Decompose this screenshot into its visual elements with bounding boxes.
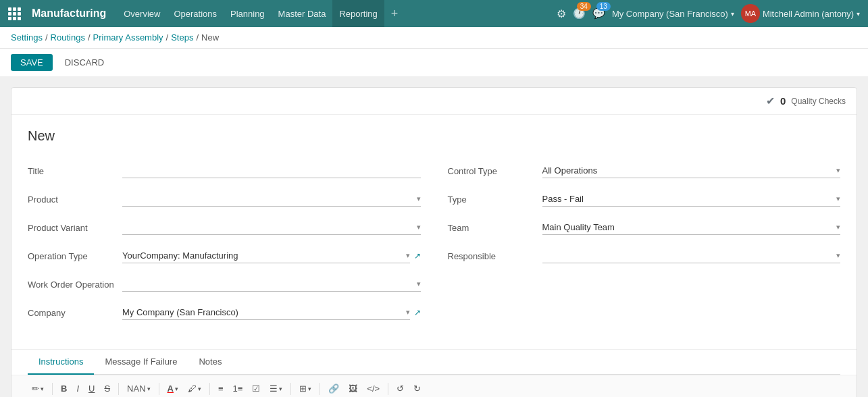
checkmark-icon: ✔ (766, 95, 775, 107)
product-label: Product (28, 194, 122, 205)
editor-nan-dropdown[interactable]: NAN ▾ (123, 381, 154, 396)
editor-align-button[interactable]: ☰ ▾ (265, 381, 286, 396)
breadcrumb-routings[interactable]: Routings (51, 32, 85, 43)
breadcrumb-steps[interactable]: Steps (171, 32, 193, 43)
form-right-column: Control Type All Operations ▾ Type (448, 160, 841, 330)
breadcrumb-sep-4: / (196, 32, 199, 43)
breadcrumb-settings[interactable]: Settings (11, 32, 43, 43)
type-field: Pass - Fail ▾ (542, 192, 841, 207)
user-menu[interactable]: MA Mitchell Admin (antony) ▾ (741, 4, 860, 23)
editor-toolbar: ✏ ▾ B I U S NAN ▾ A ▾ 🖊 ▾ ≡ (11, 375, 857, 397)
work-order-operation-label: Work Order Operation (28, 280, 122, 290)
operation-type-row: Operation Type YourCompany: Manufacturin… (28, 245, 421, 267)
team-field: Main Quality Team ▾ (542, 220, 841, 235)
nav-reporting[interactable]: Reporting (332, 0, 384, 27)
checklist-icon: ☑ (252, 383, 260, 394)
editor-ordered-list-button[interactable]: 1≡ (229, 381, 247, 396)
operation-type-external-link-icon[interactable]: ↗ (414, 251, 421, 261)
undo-icon: ↺ (397, 383, 404, 394)
editor-sep-6 (320, 383, 320, 395)
team-select[interactable]: Main Quality Team (542, 220, 837, 234)
product-variant-label: Product Variant (28, 223, 122, 233)
title-row: Title (28, 160, 421, 182)
responsible-label: Responsible (448, 251, 542, 261)
editor-italic-button[interactable]: I (72, 381, 83, 396)
editor-sep-2 (118, 383, 119, 395)
nav-overview[interactable]: Overview (117, 0, 167, 27)
company-selector[interactable]: My Company (San Francisco) ▾ (612, 9, 734, 19)
work-order-operation-select[interactable] (122, 277, 417, 291)
top-navigation: Manufacturing Overview Operations Planni… (0, 0, 868, 27)
company-name: My Company (San Francisco) (612, 9, 728, 19)
tab-instructions[interactable]: Instructions (28, 350, 94, 375)
editor-underline-button[interactable]: U (84, 381, 99, 396)
type-arrow-icon: ▾ (836, 194, 840, 203)
control-type-arrow-icon: ▾ (836, 166, 840, 175)
editor-font-color-button[interactable]: A ▾ (163, 381, 182, 396)
nav-add[interactable]: + (384, 0, 405, 27)
editor-strikethrough-button[interactable]: S (100, 381, 114, 396)
control-type-row: Control Type All Operations ▾ (448, 160, 841, 182)
editor-checklist-button[interactable]: ☑ (248, 381, 264, 396)
nan-arrow-icon: ▾ (147, 386, 151, 392)
editor-table-button[interactable]: ⊞ ▾ (295, 381, 315, 396)
app-title: Manufacturing (32, 7, 106, 20)
apps-menu-button[interactable] (8, 7, 21, 20)
message-notification-wrap[interactable]: 💬 13 (592, 7, 605, 20)
title-input[interactable] (122, 163, 421, 178)
editor-unordered-list-button[interactable]: ≡ (214, 381, 228, 396)
company-chevron-icon: ▾ (731, 10, 734, 18)
team-arrow-icon: ▾ (836, 223, 840, 232)
discard-button[interactable]: DISCARD (58, 54, 111, 71)
product-select[interactable] (122, 192, 417, 206)
editor-sep-7 (388, 383, 388, 395)
type-row: Type Pass - Fail ▾ (448, 188, 841, 210)
nav-planning[interactable]: Planning (224, 0, 272, 27)
user-name: Mitchell Admin (antony) (763, 9, 854, 19)
editor-bold-button[interactable]: B (57, 381, 71, 396)
product-variant-arrow-icon: ▾ (417, 223, 421, 232)
editor-pen-button[interactable]: ✏ ▾ (28, 381, 48, 396)
editor-image-button[interactable]: 🖼 (344, 381, 361, 396)
link-icon: 🔗 (328, 383, 339, 394)
record-title: New (28, 128, 840, 144)
message-badge: 13 (596, 2, 611, 11)
company-external-link-icon[interactable]: ↗ (414, 308, 421, 317)
align-arrow-icon: ▾ (279, 386, 282, 392)
highlight-icon: 🖊 (188, 383, 197, 394)
nav-masterdata[interactable]: Master Data (272, 0, 333, 27)
nan-label: NAN (127, 383, 145, 394)
responsible-select[interactable] (542, 248, 837, 263)
responsible-row: Responsible ▾ (448, 245, 841, 267)
operation-type-select[interactable]: YourCompany: Manufacturing (122, 248, 406, 263)
product-variant-row: Product Variant ▾ (28, 217, 421, 238)
editor-undo-button[interactable]: ↺ (392, 381, 408, 396)
company-select[interactable]: My Company (San Francisco) (122, 305, 406, 319)
editor-link-button[interactable]: 🔗 (324, 381, 343, 396)
type-select[interactable]: Pass - Fail (542, 192, 837, 206)
editor-code-button[interactable]: </> (363, 381, 384, 396)
product-variant-select[interactable] (122, 220, 417, 234)
editor-highlight-button[interactable]: 🖊 ▾ (184, 381, 205, 396)
breadcrumb: Settings / Routings / Primary Assembly /… (0, 27, 868, 49)
breadcrumb-sep-1: / (45, 32, 48, 43)
action-toolbar: SAVE DISCARD (0, 49, 868, 76)
control-type-select[interactable]: All Operations (542, 163, 837, 178)
editor-sep-1 (52, 383, 53, 395)
editor-redo-button[interactable]: ↻ (409, 381, 425, 396)
user-chevron-icon: ▾ (857, 10, 860, 18)
tab-message-if-failure[interactable]: Message If Failure (94, 350, 188, 375)
breadcrumb-primary-assembly[interactable]: Primary Assembly (93, 32, 163, 43)
quality-checks-count: 0 (780, 95, 786, 107)
activity-notification-wrap[interactable]: 🕐 34 (573, 7, 586, 20)
nav-operations[interactable]: Operations (167, 0, 224, 27)
tab-notes[interactable]: Notes (188, 350, 232, 375)
save-button[interactable]: SAVE (11, 54, 53, 71)
operation-type-label: Operation Type (28, 251, 122, 261)
image-icon: 🖼 (349, 383, 357, 394)
redo-icon: ↻ (413, 383, 421, 394)
quality-checks-button[interactable]: ✔ 0 Quality Checks (766, 95, 846, 107)
type-label: Type (448, 194, 542, 205)
settings-icon-wrap[interactable]: ⚙ (557, 7, 566, 20)
work-order-operation-row: Work Order Operation ▾ (28, 273, 421, 295)
